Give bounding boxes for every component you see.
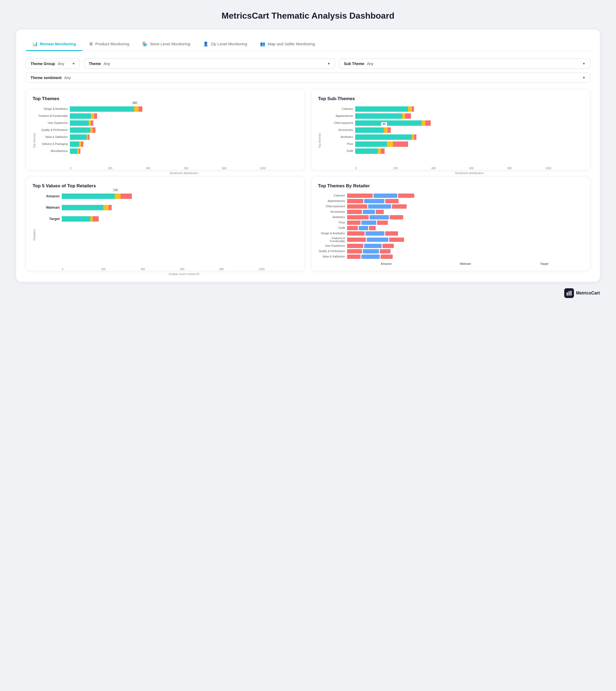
sub-theme-label: Sub Theme xyxy=(344,62,364,66)
tab-zip-level-monitoring[interactable]: 👤 Zip Level Monitoring xyxy=(197,38,254,51)
amazon-bar xyxy=(347,199,363,203)
tab-map-seller-monitoring[interactable]: 👥 Map and Seller Monitoring xyxy=(254,38,321,51)
amazon-bar xyxy=(347,210,362,214)
bar-segment-negative xyxy=(139,106,142,112)
bar-label: Cuteness xyxy=(323,107,353,111)
x-tick: 800 xyxy=(507,167,545,170)
bar-row: Amazon240 xyxy=(38,193,298,199)
bar-segments xyxy=(70,148,298,154)
retailer-row: Aesthetics xyxy=(318,215,584,219)
charts-grid: Top Themes Top themes Design & Aesthetic… xyxy=(26,89,590,271)
retailer-row: Features & Functionality xyxy=(318,237,584,243)
amazon-bar xyxy=(347,221,360,225)
bar-segment-neutral xyxy=(384,127,388,133)
retailer-row-bars xyxy=(347,221,584,225)
retailer-row-label: Accessories xyxy=(318,210,345,213)
bar-annotation: 880 xyxy=(131,101,139,105)
theme-group-filter[interactable]: Theme Group Any ▼ xyxy=(26,59,80,69)
retailer-row-label: Appeareances xyxy=(318,200,345,203)
bar-segments xyxy=(70,142,298,147)
retailer-row: Value & Satifaction xyxy=(318,254,584,259)
bar-row: Design & Aesthetics880 xyxy=(38,106,298,112)
tab-store-level-monitoring[interactable]: 🏪 Store Level Monitoring xyxy=(136,38,197,51)
logo-text: MetricsCart xyxy=(576,291,600,296)
x-tick: 800 xyxy=(222,167,260,170)
target-bar xyxy=(385,231,398,236)
theme-filter[interactable]: Theme Any ▼ xyxy=(84,59,335,69)
target-bar xyxy=(385,199,399,203)
bar-segment-negative xyxy=(91,120,93,126)
filters-row-2: Theme sentiment Any ▼ xyxy=(26,72,590,83)
bar-row: Features & Functionality xyxy=(38,113,298,119)
bar-label: Quality & Perfomance xyxy=(38,128,68,132)
logo-icon xyxy=(564,288,574,298)
sub-theme-filter[interactable]: Sub Theme Any ▼ xyxy=(339,59,590,69)
bar-segment-neutral xyxy=(90,127,92,133)
bar-segment-negative xyxy=(81,142,83,147)
bar-row: Appeareances xyxy=(323,113,584,119)
walmart-bar xyxy=(359,226,368,230)
theme-sentiment-filter[interactable]: Theme sentiment Any ▼ xyxy=(26,72,590,83)
bar-segment-neutral xyxy=(378,148,381,154)
bar-segments: 90 xyxy=(355,127,584,133)
bar-row: Aesthetics xyxy=(323,134,584,140)
x-tick: 200 xyxy=(393,167,431,170)
x-tick: 200 xyxy=(108,167,146,170)
x-tick: 400 xyxy=(146,167,184,170)
bar-segment-positive xyxy=(62,193,115,199)
bar-label: Miscellaneous xyxy=(38,149,68,153)
target-bar xyxy=(389,237,404,242)
target-bar xyxy=(382,244,394,248)
bar-segment-neutral xyxy=(103,205,109,210)
walmart-bar xyxy=(364,244,382,248)
top-subthemes-y-label: Top themes xyxy=(318,106,321,175)
retailer-row-bars xyxy=(347,237,584,242)
bar-segment-neutral xyxy=(421,120,425,126)
x-tick: 0 xyxy=(70,167,108,170)
top-themes-retailer-title: Top Themes By Retailer xyxy=(318,183,584,189)
retailer-row: Quality & Perfomance xyxy=(318,249,584,253)
target-bar xyxy=(369,226,376,230)
bar-segment-negative xyxy=(388,127,391,133)
bar-label: Child enjoyment xyxy=(323,122,353,125)
bar-label: Accessories xyxy=(323,128,353,132)
target-bar xyxy=(398,193,414,198)
top5-retailers-x-label: Unique count review ID xyxy=(38,272,298,276)
bar-row: Value & Satifaction xyxy=(38,134,298,140)
bar-label: Features & Functionality xyxy=(38,114,68,118)
amazon-bar xyxy=(347,204,367,209)
bar-segment-negative xyxy=(425,120,431,126)
page-title: MetricsCart Thematic Analysis Dashboard xyxy=(16,11,600,21)
tab-product-monitoring[interactable]: 🖥 Product Monitoring xyxy=(82,38,136,51)
tab-review-monitoring[interactable]: 📊 Review Monitoring xyxy=(26,38,82,51)
bar-segment-positive xyxy=(70,134,87,140)
bar-segment-negative xyxy=(109,205,112,210)
bar-segment-negative xyxy=(412,106,414,112)
target-bar xyxy=(380,254,393,259)
theme-label: Theme xyxy=(89,62,101,66)
theme-group-arrow: ▼ xyxy=(72,62,75,66)
bar-segment-positive xyxy=(70,142,79,147)
bar-row: Delivery & Packaging xyxy=(38,142,298,147)
walmart-bar xyxy=(367,237,388,242)
bar-segment-positive xyxy=(70,106,134,112)
retailer-row-label: Cuteness xyxy=(318,194,345,197)
bar-segment-neutral xyxy=(134,106,139,112)
walmart-bar xyxy=(368,204,391,209)
bar-segments: 880 xyxy=(70,106,298,112)
bar-segment-neutral xyxy=(115,193,120,199)
retailer-row: Appeareances xyxy=(318,199,584,203)
bar-segment-neutral xyxy=(89,120,91,126)
bar-row: Price xyxy=(323,142,584,147)
bar-annotation: 240 xyxy=(112,188,119,192)
top-themes-retailer-chart: Top Themes By Retailer CutenessAppearean… xyxy=(311,176,590,271)
theme-arrow: ▼ xyxy=(327,62,330,66)
x-tick: 600 xyxy=(184,167,222,170)
amazon-bar xyxy=(347,254,360,259)
amazon-bar xyxy=(347,231,365,236)
sub-theme-value: Any xyxy=(367,62,579,66)
x-tick: 1000 xyxy=(545,167,584,170)
bar-segment-positive xyxy=(355,120,421,126)
theme-sentiment-value: Any xyxy=(64,76,579,80)
bar-segment-neutral xyxy=(402,113,405,119)
